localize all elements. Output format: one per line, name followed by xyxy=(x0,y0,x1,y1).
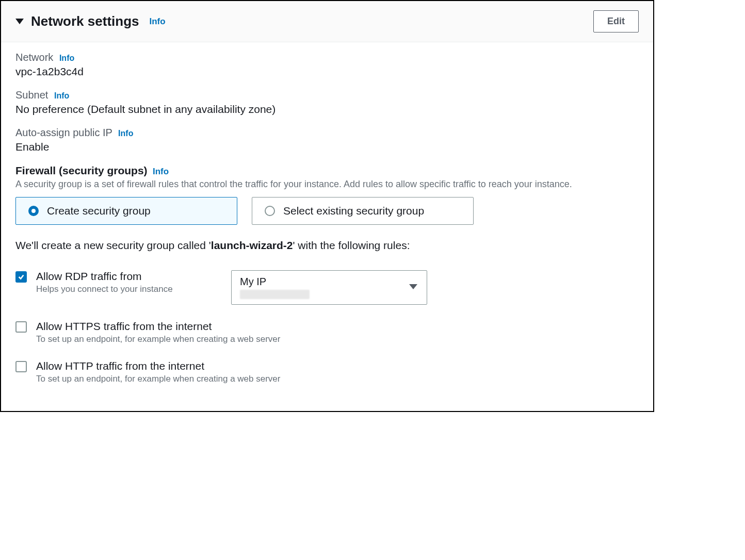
allow-https-help: To set up an endpoint, for example when … xyxy=(36,334,639,344)
subnet-label: Subnet Info xyxy=(15,89,639,101)
check-icon xyxy=(18,273,25,281)
subnet-value: No preference (Default subnet in any ava… xyxy=(15,103,639,116)
allow-https-label: Allow HTTPS traffic from the internet xyxy=(36,320,639,333)
info-link-publicip[interactable]: Info xyxy=(118,129,133,138)
panel-header-left: Network settings Info xyxy=(15,13,166,29)
panel-header: Network settings Info Edit xyxy=(1,1,653,42)
rdp-source-select[interactable]: My IP xyxy=(231,270,427,305)
radio-icon xyxy=(265,206,275,216)
allow-rdp-text: Allow RDP traffic from Helps you connect… xyxy=(36,270,222,294)
allow-rdp-label: Allow RDP traffic from xyxy=(36,270,222,283)
rdp-source-label: My IP xyxy=(240,276,418,288)
allow-rdp-help: Helps you connect to your instance xyxy=(36,284,222,294)
network-label-text: Network xyxy=(15,52,53,63)
subnet-label-text: Subnet xyxy=(15,89,48,101)
allow-https-text: Allow HTTPS traffic from the internet To… xyxy=(36,320,639,344)
create-group-text: We'll create a new security group called… xyxy=(15,239,639,252)
allow-http-row: Allow HTTP traffic from the internet To … xyxy=(15,360,639,384)
publicip-label: Auto-assign public IP Info xyxy=(15,127,639,139)
allow-http-help: To set up an endpoint, for example when … xyxy=(36,374,639,384)
collapse-triangle-icon[interactable] xyxy=(15,19,24,24)
publicip-field: Auto-assign public IP Info Enable xyxy=(15,127,639,153)
subnet-field: Subnet Info No preference (Default subne… xyxy=(15,89,639,116)
rdp-source-ip-redacted xyxy=(240,290,310,299)
info-link-firewall[interactable]: Info xyxy=(153,167,169,176)
network-value: vpc-1a2b3c4d xyxy=(15,65,639,78)
allow-http-checkbox[interactable] xyxy=(15,361,27,372)
chevron-down-icon xyxy=(409,284,417,289)
firewall-field: Firewall (security groups) Info A securi… xyxy=(15,164,639,384)
panel-title: Network settings xyxy=(31,13,139,29)
info-link-network[interactable]: Info xyxy=(59,54,74,62)
info-link-subnet[interactable]: Info xyxy=(54,91,69,100)
network-label: Network Info xyxy=(15,52,639,63)
allow-rdp-row: Allow RDP traffic from Helps you connect… xyxy=(15,270,639,305)
radio-icon xyxy=(28,206,39,216)
create-text-prefix: We'll create a new security group called… xyxy=(15,239,211,251)
allow-http-text: Allow HTTP traffic from the internet To … xyxy=(36,360,639,384)
allow-http-label: Allow HTTP traffic from the internet xyxy=(36,360,639,372)
publicip-value: Enable xyxy=(15,141,639,153)
firewall-heading: Firewall (security groups) xyxy=(15,164,148,176)
firewall-option-group: Create security group Select existing se… xyxy=(15,197,639,225)
select-existing-security-group-label: Select existing security group xyxy=(283,205,424,217)
allow-https-checkbox[interactable] xyxy=(15,321,27,333)
publicip-label-text: Auto-assign public IP xyxy=(15,127,112,138)
firewall-description: A security group is a set of firewall ru… xyxy=(15,179,639,190)
select-existing-security-group-option[interactable]: Select existing security group xyxy=(252,197,474,225)
allow-https-row: Allow HTTPS traffic from the internet To… xyxy=(15,320,639,344)
create-text-suffix: ' with the following rules: xyxy=(293,239,410,251)
create-security-group-option[interactable]: Create security group xyxy=(15,197,237,225)
group-name: launch-wizard-2 xyxy=(211,239,293,251)
edit-button[interactable]: Edit xyxy=(593,10,639,32)
network-settings-panel: Network settings Info Edit Network Info … xyxy=(0,0,654,412)
allow-rdp-checkbox[interactable] xyxy=(15,271,27,283)
network-field: Network Info vpc-1a2b3c4d xyxy=(15,52,639,78)
panel-body: Network Info vpc-1a2b3c4d Subnet Info No… xyxy=(1,42,653,411)
info-link-header[interactable]: Info xyxy=(150,17,166,27)
create-security-group-label: Create security group xyxy=(47,205,151,217)
firewall-heading-row: Firewall (security groups) Info xyxy=(15,164,639,177)
